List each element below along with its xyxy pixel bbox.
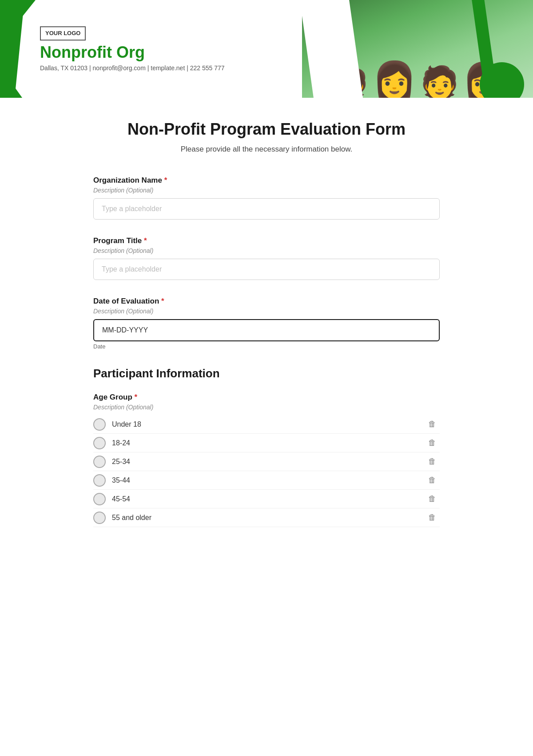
radio-circle-35-44[interactable] bbox=[93, 474, 106, 487]
page-header: 🧑 👩 🧑 👩 charity YOUR LOGO Nonprofit Org … bbox=[0, 0, 533, 98]
organization-name-group: Organization Name * Description (Optiona… bbox=[93, 176, 440, 220]
header-diag-3 bbox=[0, 67, 22, 98]
radio-left-45-54: 45-54 bbox=[93, 493, 130, 505]
participant-info-section-title: Participant Information bbox=[93, 367, 440, 380]
radio-label-18-24: 18-24 bbox=[112, 439, 130, 447]
org-contact: Dallas, TX 01203 | nonprofit@org.com | t… bbox=[40, 64, 225, 72]
age-group-description: Description (Optional) bbox=[93, 404, 440, 411]
radio-left-55-older: 55 and older bbox=[93, 512, 151, 524]
organization-name-input[interactable] bbox=[93, 198, 440, 220]
person-3: 🧑 bbox=[420, 67, 459, 98]
organization-name-description: Description (Optional) bbox=[93, 187, 440, 194]
age-group-options: Under 18 🗑 18-24 🗑 25-34 🗑 bbox=[93, 415, 440, 527]
delete-icon-under18[interactable]: 🗑 bbox=[425, 418, 440, 431]
header-text-content: YOUR LOGO Nonprofit Org Dallas, TX 01203… bbox=[40, 26, 225, 72]
logo-text: YOUR LOGO bbox=[45, 30, 80, 36]
radio-label-45-54: 45-54 bbox=[112, 495, 130, 503]
delete-icon-35-44[interactable]: 🗑 bbox=[425, 474, 440, 487]
radio-left-25-34: 25-34 bbox=[93, 456, 130, 468]
required-marker-3: * bbox=[161, 297, 164, 305]
radio-circle-55-older[interactable] bbox=[93, 512, 106, 524]
radio-circle-45-54[interactable] bbox=[93, 493, 106, 505]
radio-option-35-44: 35-44 🗑 bbox=[93, 471, 440, 490]
form-title: Non-Profit Program Evaluation Form bbox=[93, 120, 440, 139]
radio-left-18-24: 18-24 bbox=[93, 437, 130, 449]
age-group-field: Age Group * Description (Optional) Under… bbox=[93, 393, 440, 527]
radio-label-25-34: 25-34 bbox=[112, 458, 130, 466]
date-evaluation-input[interactable] bbox=[93, 319, 440, 341]
header-diag-1 bbox=[0, 0, 36, 44]
date-evaluation-group: Date of Evaluation * Description (Option… bbox=[93, 297, 440, 350]
organization-name-label: Organization Name * bbox=[93, 176, 440, 185]
required-marker: * bbox=[164, 176, 167, 184]
delete-icon-18-24[interactable]: 🗑 bbox=[425, 436, 440, 449]
age-group-label: Age Group * bbox=[93, 393, 440, 402]
date-helper: Date bbox=[93, 343, 440, 350]
radio-option-18-24: 18-24 🗑 bbox=[93, 434, 440, 452]
program-title-group: Program Title * Description (Optional) bbox=[93, 236, 440, 280]
radio-circle-under18[interactable] bbox=[93, 418, 106, 431]
delete-icon-55-older[interactable]: 🗑 bbox=[425, 511, 440, 524]
required-marker-2: * bbox=[144, 236, 147, 245]
radio-circle-25-34[interactable] bbox=[93, 456, 106, 468]
org-name: Nonprofit Org bbox=[40, 43, 225, 62]
date-evaluation-description: Description (Optional) bbox=[93, 308, 440, 315]
logo-box: YOUR LOGO bbox=[40, 26, 86, 40]
radio-left-35-44: 35-44 bbox=[93, 474, 130, 487]
radio-option-45-54: 45-54 🗑 bbox=[93, 490, 440, 508]
radio-option-55-older: 55 and older 🗑 bbox=[93, 508, 440, 527]
date-evaluation-label: Date of Evaluation * bbox=[93, 297, 440, 306]
radio-label-35-44: 35-44 bbox=[112, 476, 130, 484]
delete-icon-25-34[interactable]: 🗑 bbox=[425, 455, 440, 468]
radio-left-under18: Under 18 bbox=[93, 418, 141, 431]
radio-option-under18: Under 18 🗑 bbox=[93, 415, 440, 434]
program-title-input[interactable] bbox=[93, 259, 440, 280]
required-marker-4: * bbox=[135, 393, 138, 401]
header-photo: 🧑 👩 🧑 👩 charity bbox=[302, 0, 533, 98]
delete-icon-45-54[interactable]: 🗑 bbox=[425, 492, 440, 505]
radio-label-55-older: 55 and older bbox=[112, 514, 151, 522]
program-title-label: Program Title * bbox=[93, 236, 440, 245]
form-subtitle: Please provide all the necessary informa… bbox=[93, 145, 440, 154]
radio-option-25-34: 25-34 🗑 bbox=[93, 452, 440, 471]
person-2: 👩 bbox=[372, 62, 417, 98]
radio-circle-18-24[interactable] bbox=[93, 437, 106, 449]
radio-label-under18: Under 18 bbox=[112, 420, 141, 428]
main-content: Non-Profit Program Evaluation Form Pleas… bbox=[67, 98, 466, 580]
program-title-description: Description (Optional) bbox=[93, 247, 440, 254]
